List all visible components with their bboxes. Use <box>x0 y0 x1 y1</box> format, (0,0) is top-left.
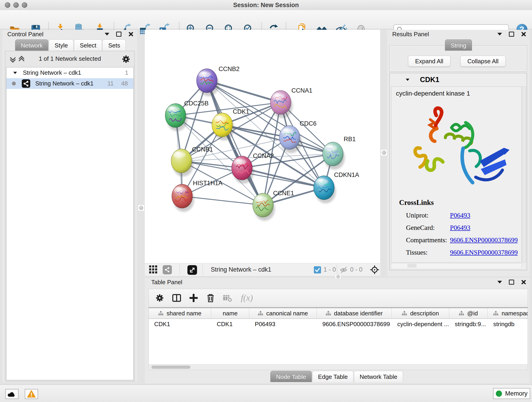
grid-view-button[interactable] <box>149 265 158 275</box>
right-splitter-handle[interactable] <box>381 149 387 156</box>
results-panel-menu-button[interactable] <box>497 33 502 36</box>
network-view-mode-button[interactable] <box>163 265 172 275</box>
table-cell[interactable]: CDK1 <box>149 319 211 329</box>
show-column-button[interactable] <box>172 293 182 303</box>
network-manager-options-button[interactable] <box>121 54 131 65</box>
protein-content-scrollbar[interactable] <box>522 86 526 263</box>
memory-button[interactable]: Memory <box>493 388 530 399</box>
tab-select[interactable]: Select <box>74 39 102 51</box>
column-header-label: name <box>223 310 238 317</box>
delete-table-button[interactable] <box>222 293 233 303</box>
tab-string[interactable]: String <box>445 39 472 51</box>
protein-content-hscrollbar[interactable] <box>391 263 522 269</box>
table-options-button[interactable] <box>155 293 165 303</box>
results-panel-float-button[interactable] <box>509 32 514 37</box>
control-panel-float-button[interactable] <box>116 32 121 37</box>
table-hscrollbar-thumb[interactable] <box>152 366 190 369</box>
crosslink-link[interactable]: P06493 <box>450 261 470 263</box>
protein-details-box: CDK1 cyclin-dependent kinase 1 <box>389 73 527 270</box>
network-canvas[interactable]: CCNB2CCNA1CDC25BCDK1CDC6RB1CCNB1CCNA2CDK… <box>145 30 380 263</box>
protein-structure-image <box>404 101 512 200</box>
collapse-all-button[interactable]: Collapse All <box>460 56 506 67</box>
plus-icon <box>189 293 198 303</box>
crosslinks-title: CrossLinks <box>399 198 434 207</box>
network-manager-toolbar: 1 of 1 Network selected <box>5 51 134 67</box>
protein-collapse-icon[interactable] <box>406 79 409 81</box>
crosslink-label: Uniprot: <box>406 211 450 219</box>
birds-eye-view-button[interactable] <box>370 265 380 275</box>
network-label: String Network – cdk1 <box>35 80 94 87</box>
crosslink-link[interactable]: P06493 <box>450 211 470 219</box>
tab-sets[interactable]: Sets <box>102 39 126 51</box>
cloud-icon <box>7 390 17 397</box>
create-column-button[interactable] <box>189 293 199 303</box>
network-row[interactable]: String Network – cdk1 11 48 <box>6 78 133 89</box>
table-hscrollbar[interactable] <box>148 364 528 370</box>
column-header-shared-name[interactable]: shared name <box>149 308 211 319</box>
column-header-database-identifier[interactable]: database identifier <box>317 308 392 319</box>
network-node-label: CDC25B <box>184 100 209 107</box>
tab-network[interactable]: Network <box>15 39 48 51</box>
status-bar: Memory <box>0 385 532 402</box>
results-panel-close-button[interactable] <box>521 32 526 37</box>
protein-header[interactable]: CDK1 <box>390 73 527 86</box>
warnings-button[interactable] <box>25 389 38 399</box>
tab-node-table[interactable]: Node Table <box>270 371 312 382</box>
network-node-CCNA2[interactable] <box>232 156 254 184</box>
column-header-@id[interactable]: @id <box>449 308 488 319</box>
shared-column-icon <box>326 311 331 316</box>
network-node-CCNE1[interactable] <box>253 193 275 221</box>
network-node-label: CCNB1 <box>192 146 213 153</box>
column-header-name[interactable]: name <box>211 308 249 319</box>
function-builder-button[interactable]: f(x) <box>239 293 260 303</box>
network-node-label: CCNB2 <box>219 65 240 72</box>
table-cell[interactable]: cyclin-dependent ... <box>392 319 449 329</box>
shared-column-icon <box>158 311 163 316</box>
window-title: Session: New Session <box>0 2 532 9</box>
network-node-CDC6[interactable] <box>279 126 302 153</box>
network-node-CDK1[interactable] <box>212 113 234 140</box>
table-row[interactable]: CDK1CDK1P064939606.ENSP00000378699cyclin… <box>149 319 528 329</box>
grid-icon <box>149 265 158 274</box>
delete-column-button[interactable] <box>206 293 215 303</box>
table-cell[interactable]: stringdb:9... <box>449 319 488 329</box>
table-cell[interactable]: CDK1 <box>211 319 249 329</box>
crosslink-link[interactable]: 9606.ENSP00000378699 <box>450 249 518 256</box>
column-header-namespace[interactable]: namespace <box>488 308 528 319</box>
crosslink-label: GeneCard: <box>406 224 450 231</box>
checkbox-checked-icon <box>314 266 321 274</box>
left-splitter-handle[interactable] <box>138 205 144 211</box>
table-panel: Table Panel <box>145 278 530 383</box>
table-cell[interactable]: P06493 <box>249 319 317 329</box>
table-panel-float-button[interactable] <box>509 280 514 285</box>
network-edge[interactable] <box>182 196 263 205</box>
network-collection-row[interactable]: String Network – cdk1 1 <box>6 67 133 78</box>
crosslink-link[interactable]: 9606.ENSP00000378699 <box>450 236 518 244</box>
network-node-RB1[interactable] <box>323 142 345 170</box>
table-panel-menu-button[interactable] <box>497 281 502 283</box>
crosslink-link[interactable]: P06493 <box>450 224 470 231</box>
cloud-status-button[interactable] <box>5 389 19 399</box>
network-edge-count: 48 <box>121 80 128 87</box>
collection-expand-icon[interactable] <box>13 72 17 74</box>
network-view-toolbar: String Network – cdk1 1 - 0 0 - 0 <box>145 263 380 276</box>
network-node-CCNB2[interactable] <box>196 69 219 96</box>
horizontal-splitter-handle[interactable] <box>335 274 341 279</box>
column-header-description[interactable]: description <box>392 308 449 319</box>
control-panel-menu-button[interactable] <box>105 33 109 36</box>
hidden-filter-button[interactable] <box>340 266 348 275</box>
network-node-HIST1H1A[interactable] <box>172 184 194 212</box>
detach-view-button[interactable] <box>187 265 197 276</box>
network-node-CDC25B[interactable] <box>165 104 187 131</box>
table-panel-close-button[interactable] <box>521 280 526 285</box>
control-panel-close-button[interactable] <box>128 32 133 37</box>
selected-filter-checkbox[interactable] <box>314 266 321 274</box>
network-node-CDKN1A[interactable] <box>314 176 336 203</box>
expand-all-button[interactable]: Expand All <box>408 56 450 67</box>
tab-style[interactable]: Style <box>49 39 74 51</box>
column-header-canonical-name[interactable]: canonical name <box>249 308 317 319</box>
table-cell[interactable]: 9606.ENSP00000378699 <box>317 319 392 329</box>
tab-network-table[interactable]: Network Table <box>354 371 403 382</box>
table-cell[interactable]: stringdb <box>488 319 528 329</box>
tab-edge-table[interactable]: Edge Table <box>312 371 354 382</box>
